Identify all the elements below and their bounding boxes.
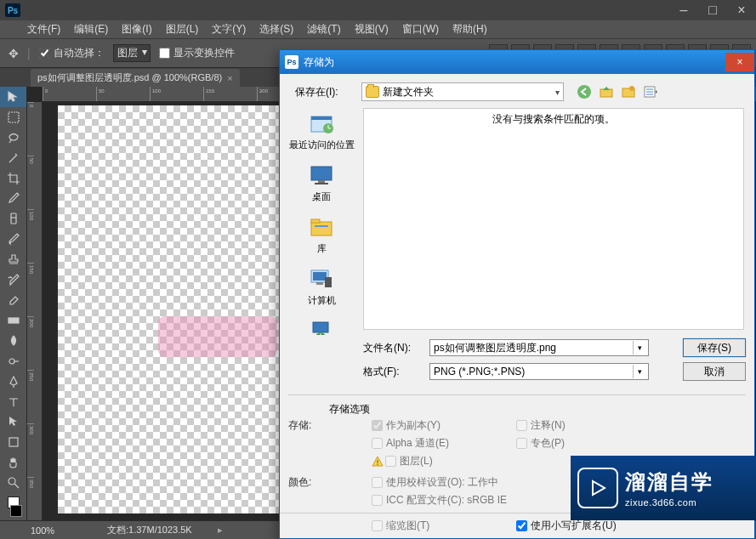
menu-help[interactable]: 帮助(H) xyxy=(446,22,494,37)
save-in-row: 保存在(I): 新建文件夹 ▾ xyxy=(280,81,754,108)
svg-rect-16 xyxy=(315,183,328,184)
menu-file[interactable]: 文件(F) xyxy=(20,22,67,37)
document-tab[interactable]: ps如何调整图层透明度.psd @ 100%(RGB/8) × xyxy=(31,69,240,87)
eraser-tool[interactable] xyxy=(0,290,26,310)
format-dropdown[interactable]: PNG (*.PNG;*.PNS)▾ xyxy=(429,363,649,380)
lowercase-ext-checkbox[interactable]: 使用小写扩展名(U) xyxy=(516,519,644,533)
svg-rect-4 xyxy=(9,438,18,446)
minimize-button[interactable]: – xyxy=(669,0,698,20)
svg-rect-18 xyxy=(311,219,320,223)
svg-rect-2 xyxy=(9,318,19,323)
auto-select-checkbox[interactable]: 自动选择： xyxy=(39,46,105,60)
history-brush-tool[interactable] xyxy=(0,270,26,290)
ps-logo: Ps xyxy=(5,3,20,17)
type-tool[interactable] xyxy=(0,392,26,412)
save-button[interactable]: 保存(S) xyxy=(683,338,746,357)
menu-filter[interactable]: 滤镜(T) xyxy=(300,22,347,37)
svg-point-3 xyxy=(9,359,14,364)
path-selection-tool[interactable] xyxy=(0,412,26,433)
place-recent[interactable]: 最近访问的位置 xyxy=(283,108,360,153)
dialog-icon: Ps xyxy=(285,55,298,69)
chevron-down-icon: ▾ xyxy=(633,341,646,355)
menu-view[interactable]: 视图(V) xyxy=(348,22,395,37)
dialog-titlebar[interactable]: Ps 存储为 × xyxy=(280,50,754,74)
document-canvas[interactable] xyxy=(58,105,292,513)
filename-input[interactable]: ps如何调整图层透明度.png▾ xyxy=(429,339,649,356)
desktop-icon xyxy=(308,162,335,189)
save-in-combobox[interactable]: 新建文件夹 ▾ xyxy=(361,82,564,101)
recent-icon xyxy=(308,110,335,137)
chevron-down-icon: ▾ xyxy=(633,365,646,378)
tab-close-button[interactable]: × xyxy=(227,73,232,83)
close-button[interactable]: × xyxy=(727,0,756,20)
auto-select-target-dropdown[interactable]: 图层 xyxy=(113,44,151,62)
pen-tool[interactable] xyxy=(0,372,26,392)
places-bar: 最近访问的位置 桌面 库 计算机 xyxy=(280,108,363,335)
gradient-tool[interactable] xyxy=(0,310,26,331)
format-label: 格式(F): xyxy=(363,365,423,379)
place-desktop[interactable]: 桌面 xyxy=(283,160,360,205)
svg-rect-15 xyxy=(318,180,325,183)
menu-type[interactable]: 文字(Y) xyxy=(205,22,253,37)
stamp-tool[interactable] xyxy=(0,249,26,270)
zoom-level[interactable]: 100% xyxy=(31,525,82,536)
eyedropper-tool[interactable] xyxy=(0,189,26,209)
alpha-checkbox[interactable]: Alpha 通道(E) xyxy=(372,436,508,451)
hand-tool[interactable] xyxy=(0,452,26,473)
shape-tool[interactable] xyxy=(0,432,26,452)
crop-tool[interactable] xyxy=(0,168,26,189)
layers-checkbox[interactable]: 图层(L) xyxy=(385,454,433,468)
thumbnail-checkbox[interactable]: 缩览图(T) xyxy=(372,519,508,533)
svg-point-6 xyxy=(577,85,591,99)
layer-shape[interactable] xyxy=(158,316,277,357)
menu-layer[interactable]: 图层(L) xyxy=(159,22,206,37)
healing-tool[interactable] xyxy=(0,208,26,229)
menu-select[interactable]: 选择(S) xyxy=(253,22,300,37)
storage-label: 存储: xyxy=(288,418,363,433)
watermark: 溜溜自学 zixue.3d66.com xyxy=(571,456,756,520)
brush-tool[interactable] xyxy=(0,229,26,249)
move-tool[interactable] xyxy=(0,87,26,107)
svg-rect-14 xyxy=(311,167,332,180)
background-color[interactable] xyxy=(10,505,22,517)
move-tool-icon: ✥ xyxy=(9,47,19,60)
svg-text:!: ! xyxy=(377,458,379,467)
spot-checkbox[interactable]: 专色(P) xyxy=(516,436,644,451)
empty-message: 没有与搜索条件匹配的项。 xyxy=(492,112,615,127)
place-libraries[interactable]: 库 xyxy=(283,212,360,257)
svg-rect-7 xyxy=(600,89,612,97)
color-swatches[interactable] xyxy=(0,493,26,520)
back-button[interactable] xyxy=(576,83,593,100)
up-button[interactable] xyxy=(598,83,615,100)
show-transform-checkbox[interactable]: 显示变换控件 xyxy=(159,46,235,60)
menu-window[interactable]: 窗口(W) xyxy=(395,22,446,37)
zoom-tool[interactable] xyxy=(0,473,26,493)
menu-edit[interactable]: 编辑(E) xyxy=(67,22,115,37)
window-controls: – □ × xyxy=(669,0,756,20)
file-list[interactable]: 没有与搜索条件匹配的项。 xyxy=(363,108,744,330)
lasso-tool[interactable] xyxy=(0,128,26,148)
place-computer[interactable]: 计算机 xyxy=(283,264,360,309)
marquee-tool[interactable] xyxy=(0,107,26,128)
magic-wand-tool[interactable] xyxy=(0,148,26,168)
svg-rect-23 xyxy=(325,277,332,287)
as-copy-checkbox[interactable]: 作为副本(Y) xyxy=(372,418,508,433)
place-network[interactable]: 网络 xyxy=(283,315,360,335)
maximize-button[interactable]: □ xyxy=(698,0,727,20)
new-folder-button[interactable] xyxy=(620,83,637,100)
status-arrow-icon[interactable]: ▸ xyxy=(218,525,223,536)
dodge-tool[interactable] xyxy=(0,351,26,372)
svg-point-9 xyxy=(629,86,634,91)
notes-checkbox[interactable]: 注释(N) xyxy=(516,418,644,433)
computer-icon xyxy=(308,265,335,292)
svg-rect-17 xyxy=(311,222,332,235)
warning-icon: ! xyxy=(372,456,384,468)
menu-image[interactable]: 图像(I) xyxy=(115,22,158,37)
color-label: 颜色: xyxy=(288,475,363,490)
folder-icon xyxy=(366,86,379,98)
dialog-close-button[interactable]: × xyxy=(725,53,754,71)
blur-tool[interactable] xyxy=(0,331,26,351)
view-menu-button[interactable] xyxy=(642,83,659,100)
watermark-url: zixue.3d66.com xyxy=(625,497,713,508)
cancel-button[interactable]: 取消 xyxy=(683,362,746,381)
